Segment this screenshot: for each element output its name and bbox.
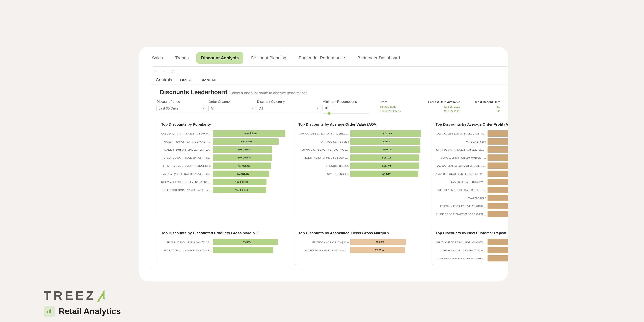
chart-title: Top Discounts by New Customer Repeat: [436, 231, 508, 235]
control-org-value: All: [188, 78, 192, 82]
bar-label: SECRET DEAL - MARY'S MEDICINA…: [298, 249, 350, 252]
filter-category-select[interactable]: All ▼: [257, 105, 321, 112]
chart-bar-row[interactable]: STIIIZY ADDITONAL 20% OFF WEEKLY …457 ti…: [161, 187, 290, 193]
chart-bar-row[interactable]: MAVEN FLOWER BOGO WSL$67.3: [436, 178, 508, 185]
table-row: Graham's GreensSep 25, 2022Se: [378, 109, 502, 113]
tab-budtender-performance[interactable]: Budtender Performance: [294, 52, 350, 64]
bar-wrap: $63.9: [488, 203, 508, 209]
bar-wrap: 562 tickets: [213, 138, 290, 145]
tab-budtender-dashboard[interactable]: Budtender Dashboard: [353, 52, 405, 64]
bar-label: RAW GARDEN 1G EXTRACT CRUSHED …: [298, 132, 350, 135]
chart-bar-row[interactable]: SECRET DEAL - MARY'S MEDICINA…76.05%: [298, 247, 427, 254]
chart-bar-row[interactable]: UPNORTH $50 9/1$151.10: [298, 170, 427, 177]
bar-value: $71.: [489, 162, 508, 169]
chart-bars: FRIENDLY FSO 2 FOR $45 (01/01/23…89.55%S…: [161, 239, 290, 254]
tab-discount-analysis[interactable]: Discount Analysis: [196, 52, 243, 64]
chart-bar-row[interactable]: MOXIE + CASUAL 1G EXTRACT 25% …: [436, 247, 508, 254]
chart-bar-row[interactable]: GOLD DROP CARTRIDGE 2 FOR $40 (01…620 ti…: [161, 130, 290, 137]
chart-panels: Top Discounts by PopularityGOLD DROP CAR…: [150, 115, 508, 264]
bar-label: A GOLDEN STATE 3.5G FLOWER $1 B2G…: [436, 172, 488, 175]
control-store[interactable]: Store All: [200, 78, 216, 82]
filter-period-select[interactable]: Last 30 Days ▼: [156, 105, 207, 112]
tab-discount-planning[interactable]: Discount Planning: [246, 52, 291, 64]
bar-value: $63.9: [489, 203, 508, 209]
bar-label: MAVEN FLOWER BOGO WSL: [436, 180, 488, 183]
chart-bar-row[interactable]: MAVEN $50 9/7$65.3: [436, 195, 508, 201]
bar-wrap: 77.26%: [350, 239, 427, 245]
chart-bar-row[interactable]: PHASES 3.5G FLOWER $1 BOGO (08/02…$63.5: [436, 211, 508, 217]
bar-wrap: $69: [488, 170, 508, 177]
chevron-down-icon: ▼: [202, 107, 204, 110]
chart-bar-row[interactable]: SECRET DEAL - JACKSON JOINTS 3 F…: [161, 247, 290, 254]
dashboard-frame: Controls Org All Store All Discounts Lea…: [150, 66, 508, 269]
brand-area: TREEZ Retail Analytics: [44, 288, 121, 317]
bar-label: PHASES 3.5G FLOWER $1 BOGO (08/02…: [436, 213, 488, 216]
filter-category-value: All: [259, 106, 263, 110]
bar-label: MOXIE + CASUAL 1G EXTRACT 25% …: [436, 249, 488, 252]
tab-sales[interactable]: Sales: [147, 52, 168, 64]
chart-bar-row[interactable]: RAW GARDEN 1G EXTRACT CRUSHED …$157.03: [298, 130, 427, 137]
chart-title: Top Discounts by Popularity: [161, 122, 290, 126]
control-org[interactable]: Org All: [180, 78, 192, 82]
chart-bar-row[interactable]: UPNORTH $50 8/26$153.05: [298, 162, 427, 169]
chart-bar-row[interactable]: MAILER - 50% OFF SINGLE ITEM - BA…508 ti…: [161, 146, 290, 153]
chart-bar-row[interactable]: STIIIZY ALL PRODUCTS EVERYDAY DEA…459 ti…: [161, 178, 290, 185]
svg-rect-1: [49, 310, 50, 314]
filter-min-redemptions: Minimum Redemptions 10: [322, 100, 376, 114]
chart-bar-row[interactable]: HOTBOX 1G CARTRIDGE 25% OFF + $1…507 tic…: [161, 154, 290, 161]
chart-bars: GOLD DROP CARTRIDGE 2 FOR $40 (01…620 ti…: [161, 130, 290, 193]
minred-input[interactable]: 10: [322, 105, 337, 111]
bar-wrap: 497 tickets: [213, 162, 290, 169]
chart-panel-atgm: Top Discounts by Associated Ticket Gross…: [295, 228, 430, 264]
redo-icon[interactable]: [162, 70, 166, 73]
bar-value: 620 tickets: [215, 130, 287, 137]
chart-bar-row[interactable]: FRIENDS AND FAMILY % | 10%77.26%: [298, 239, 427, 245]
refresh-icon[interactable]: [170, 70, 174, 73]
chart-panel-aop: Top Discounts by Average Order Profit (A…: [432, 119, 508, 220]
avail-col-store: Store: [378, 100, 412, 105]
chart-bar-row[interactable]: FRIENDLY LIVE RESIN CARTRIDGE 2 F…$66.0: [436, 187, 508, 193]
undo-icon[interactable]: [154, 70, 158, 73]
chart-bar-row[interactable]: LOWELL 35'S 2 FOR $50 (07/10/23 - …$: [436, 154, 508, 161]
svg-rect-0: [47, 311, 48, 314]
tab-trends[interactable]: Trends: [170, 52, 193, 64]
minred-slider[interactable]: [322, 113, 370, 114]
chart-bar-row[interactable]: YADA YADA 5G FLOWER 25% OFF + $1…481 tic…: [161, 170, 290, 177]
chart-bar-row[interactable]: A GOLDEN STATE 3.5G FLOWER $1 B2G…$69: [436, 170, 508, 177]
filter-minred-label: Minimum Redemptions: [322, 100, 376, 104]
chart-bar-row[interactable]: FRIENDLY FSO 2 FOR $45 (01/01/23…89.55%: [161, 239, 290, 245]
bar-wrap: $71.: [488, 162, 508, 169]
bar-value: 77.26%: [352, 239, 408, 245]
chart-bar-row[interactable]: RAW GARDEN EXTRACT FULL DIA 2 FOR…$: [436, 130, 508, 137]
bar-label: FRIENDS AND FAMILY % | 10%: [298, 241, 350, 244]
bar-value: 459 tickets: [215, 178, 268, 185]
bar-wrap: [488, 247, 508, 254]
bar-value: 497 tickets: [215, 162, 273, 169]
avail-col-earliest: Earliest Data Available: [412, 100, 462, 105]
chart-bar-row[interactable]: FIELDS FAMILY FARMZ 3.5G FLOWE…$153.16: [298, 154, 427, 161]
avail-col-recent: Most Recent Data: [462, 100, 502, 105]
chart-bar-row[interactable]: MAILER - 40% OFF ENTIRE BASKET - …562 ti…: [161, 138, 290, 145]
filter-channel-select[interactable]: All ▼: [208, 105, 256, 112]
chart-title: Top Discounts by Discounted Products Gro…: [161, 231, 290, 235]
chart-bar-row[interactable]: VIP BOX $ | $160$: [436, 138, 508, 145]
bar-label: UPNORTH $50 9/1: [298, 172, 350, 175]
chart-bar-row[interactable]: RAW GARDEN 1G EXTRACT CRUSHED DIA…$71.: [436, 162, 508, 169]
chart-bar-row[interactable]: FIRST TIME CUSTOMER PREROLL $ | $7497 ti…: [161, 162, 290, 169]
bar-value: [215, 247, 275, 254]
bar-value: $155.72: [352, 138, 422, 145]
bar-value: [489, 255, 508, 262]
chart-bar-row[interactable]: TURN POD SEPTEMBER$155.72: [298, 138, 427, 145]
slider-knob[interactable]: [328, 112, 330, 115]
chart-title: Top Discounts by Average Order Profit (A…: [436, 122, 508, 126]
chart-bar-row[interactable]: JETTY 1G CARTRIDGE 2 FOR $120 (08/16/23 …: [436, 146, 508, 153]
tab-strip: Sales Trends Discount Analysis Discount …: [139, 46, 508, 68]
bar-value: 457 tickets: [215, 187, 268, 193]
chart-bar-row[interactable]: FRIENDLY FSO 2 FOR $45 (01/01/23 …$63.9: [436, 203, 508, 209]
chart-panel-popularity: Top Discounts by PopularityGOLD DROP CAR…: [158, 119, 293, 220]
chart-bar-row[interactable]: DEALERS CHOICE + KUSH BOYS PRE…: [436, 255, 508, 262]
svg-rect-2: [50, 309, 51, 314]
chart-bar-row[interactable]: LUMPY 14G FLOWER FOR $99 - WEE…$155.44: [298, 146, 427, 153]
filters-row: Discount Period Last 30 Days ▼ Order Cha…: [150, 98, 508, 115]
chart-bar-row[interactable]: STIIIZY CURED RESIN 2 FOR $40 (06/21…: [436, 239, 508, 245]
